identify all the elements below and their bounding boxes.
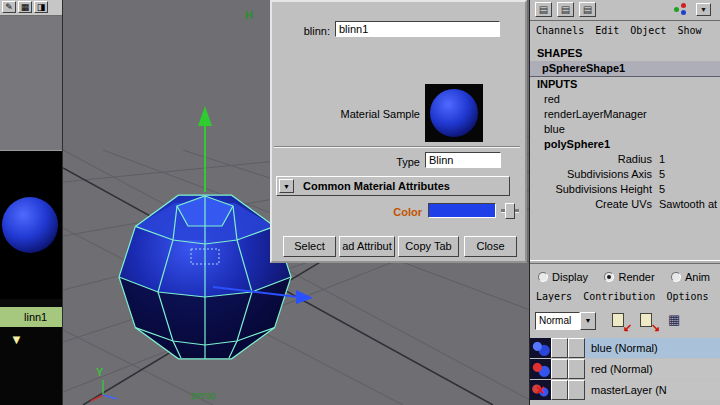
poly-sphere[interactable] <box>119 195 291 359</box>
layer-thumbnail-master[interactable]: × <box>530 380 551 400</box>
layer-palette-icon[interactable]: ▦ <box>664 310 688 332</box>
left-panel-divider <box>0 299 62 307</box>
attr-row-radius: Radius 1 <box>530 152 720 167</box>
radio-anim-dot[interactable] <box>671 272 681 282</box>
channel-row-renderlayermanager[interactable]: renderLayerManager <box>530 107 720 122</box>
load-attributes-button[interactable]: ad Attribut <box>339 236 395 257</box>
channel-box-menubar: ChannelsEditObjectShow <box>530 21 720 40</box>
channel-row-shapes[interactable]: SHAPES <box>530 46 720 61</box>
attr-value[interactable]: 5 <box>652 182 665 197</box>
collapse-arrow-icon[interactable]: ▼ <box>279 179 294 193</box>
menu-channels[interactable]: Channels <box>536 25 584 36</box>
copy-tab-button[interactable]: Copy Tab <box>398 236 459 257</box>
panel-layout-icon[interactable]: ◨ <box>34 1 48 13</box>
channel-layout-icon-1[interactable]: ▤ <box>535 2 552 17</box>
radio-display[interactable]: Display <box>538 271 588 283</box>
layer-row-red[interactable]: red (Normal) <box>530 359 720 379</box>
layer-name[interactable]: red (Normal) <box>585 359 720 379</box>
layer-thumbnail-red[interactable] <box>530 359 551 379</box>
attr-value[interactable]: Sawtooth at <box>652 197 717 212</box>
channel-row-polysphere1[interactable]: polySphere1 <box>530 137 720 152</box>
radio-anim[interactable]: Anim <box>671 271 710 283</box>
toolbar-dropdown-arrow-icon[interactable]: ▼ <box>696 3 711 16</box>
menu-object[interactable]: Object <box>630 25 666 36</box>
create-layer-icon[interactable]: ↙ <box>608 310 632 332</box>
panel-splitter[interactable] <box>530 260 720 264</box>
manipulator-y-arrow <box>198 106 212 126</box>
color-swatch[interactable] <box>428 203 496 218</box>
view-axis-indicator: Y <box>91 366 117 401</box>
attr-name: Radius <box>530 152 652 167</box>
grid-icon[interactable]: ▦ <box>18 1 32 13</box>
layer-row-blue[interactable]: blue (Normal) <box>530 338 720 358</box>
menu-options[interactable]: Options <box>666 291 708 302</box>
create-layer-assign-icon[interactable]: ↘ <box>636 310 660 332</box>
layer-mode-radios: Display Render Anim <box>530 266 720 288</box>
palette-dot-blue <box>681 10 686 15</box>
layer-name[interactable]: masterLayer (N <box>585 380 720 400</box>
blend-mode-value[interactable]: Normal <box>535 312 580 330</box>
channel-box-list: SHAPES pSphereShape1 INPUTS red renderLa… <box>530 46 720 212</box>
attr-value[interactable]: 5 <box>652 167 665 182</box>
attr-row-subdivisions-height: Subdivisions Height 5 <box>530 182 720 197</box>
attr-row-subdivisions-axis: Subdivisions Axis 5 <box>530 167 720 182</box>
layer-name[interactable]: blue (Normal) <box>585 338 720 358</box>
radio-display-label: Display <box>552 271 588 283</box>
pencil-icon[interactable]: ✎ <box>2 1 16 13</box>
color-palette-icon[interactable] <box>673 3 689 16</box>
layer-visibility-toggle[interactable] <box>551 359 568 379</box>
palette-dot-green <box>674 7 679 12</box>
expand-arrow-icon[interactable]: ▼ <box>10 332 23 347</box>
attr-name: Subdivisions Height <box>530 182 652 197</box>
material-swatch-panel[interactable] <box>0 151 62 299</box>
attribute-editor-window: blinn: blinn1 Material Sample Type Blinn… <box>270 0 527 263</box>
channel-layout-icon-3[interactable]: ▤ <box>579 2 596 17</box>
attribute-editor-divider <box>274 146 520 148</box>
common-material-attributes-section[interactable]: ▼ Common Material Attributes <box>276 176 510 196</box>
channel-box-toolbar: ▤ ▤ ▤ ▼ <box>530 0 720 21</box>
close-button[interactable]: Close <box>464 236 517 257</box>
section-title: Common Material Attributes <box>303 177 450 196</box>
layer-thumbnail-blue[interactable] <box>530 338 551 358</box>
right-panel: ▤ ▤ ▤ ▼ ChannelsEditObjectShow SHAPES pS… <box>529 0 720 405</box>
channel-row-red[interactable]: red <box>530 92 720 107</box>
color-slider-handle[interactable] <box>505 203 515 219</box>
radio-render[interactable]: Render <box>604 271 654 283</box>
maya-window: H Y persp ✎ ▦ ◨ linn1 ▼ blinn: blinn1 Ma… <box>0 0 720 405</box>
radio-anim-label: Anim <box>685 271 710 283</box>
material-sample-swatch[interactable] <box>425 84 483 142</box>
camera-name-label: persp <box>191 390 216 401</box>
radio-display-dot[interactable] <box>538 272 548 282</box>
layer-visibility-toggle[interactable] <box>551 380 568 400</box>
selected-material-row[interactable]: linn1 <box>0 307 62 327</box>
node-name-field[interactable]: blinn1 <box>335 21 500 37</box>
palette-grid-glyph: ▦ <box>668 312 680 327</box>
attr-row-create-uvs: Create UVs Sawtooth at <box>530 197 720 212</box>
channel-row-blue[interactable]: blue <box>530 122 720 137</box>
layer-renderable-toggle[interactable] <box>568 380 585 400</box>
layer-row-masterlayer[interactable]: × masterLayer (N <box>530 380 720 400</box>
radio-render-dot[interactable] <box>604 272 614 282</box>
red-arrow-icon: ↘ <box>651 321 660 334</box>
radio-render-label: Render <box>618 271 654 283</box>
layer-renderable-toggle[interactable] <box>568 338 585 358</box>
layer-renderable-toggle[interactable] <box>568 359 585 379</box>
channel-row-psphereshape1[interactable]: pSphereShape1 <box>530 61 720 77</box>
type-field[interactable]: Blinn <box>425 152 501 168</box>
left-panel-toolbar: ✎ ▦ ◨ <box>0 0 62 16</box>
select-button[interactable]: Select <box>283 236 336 257</box>
material-sample-label: Material Sample <box>272 107 420 122</box>
menu-layers[interactable]: Layers <box>536 291 572 302</box>
layer-visibility-toggle[interactable] <box>551 338 568 358</box>
channel-layout-icon-2[interactable]: ▤ <box>557 2 574 17</box>
menu-show[interactable]: Show <box>677 25 701 36</box>
blend-mode-combo[interactable]: Normal ▼ <box>535 312 597 330</box>
attr-value[interactable]: 1 <box>652 152 665 167</box>
left-viewport-area[interactable] <box>0 16 62 151</box>
combo-arrow-icon[interactable]: ▼ <box>580 312 596 330</box>
left-panel: ✎ ▦ ◨ linn1 ▼ <box>0 0 63 405</box>
menu-contribution[interactable]: Contribution <box>583 291 655 302</box>
channel-row-inputs[interactable]: INPUTS <box>530 77 720 92</box>
menu-edit[interactable]: Edit <box>595 25 619 36</box>
material-swatch-sphere <box>2 197 58 253</box>
